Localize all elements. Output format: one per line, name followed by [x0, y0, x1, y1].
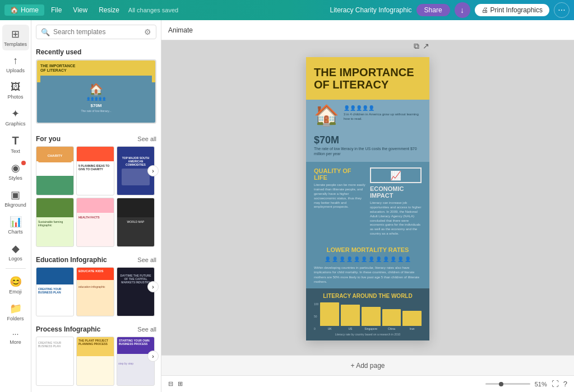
- mortality-title: LOWER MORTALITY RATES: [314, 246, 422, 253]
- add-page-button[interactable]: + Add page: [350, 362, 385, 370]
- for-you-next-arrow[interactable]: ›: [147, 165, 159, 176]
- sidebar-item-logos[interactable]: ◆ Logos: [2, 239, 29, 265]
- project-name: Literacy Charity Infographic: [330, 6, 412, 14]
- person-icon-highlight-1: 👤: [361, 256, 367, 262]
- download-button[interactable]: ↓: [455, 2, 470, 18]
- for-you-grid-row2: Sustainable farming infographic HEALTH F…: [36, 198, 156, 247]
- for-you-see-all[interactable]: See all: [137, 136, 156, 142]
- fullscreen-icon[interactable]: ⛶: [552, 380, 559, 388]
- template-thumb-6[interactable]: WORLD MAP: [117, 198, 155, 247]
- sidebar-item-photos[interactable]: 🖼 Photos: [2, 78, 29, 103]
- for-you-title: For you: [36, 135, 61, 143]
- sidebar-icons: ⊞ Templates ↑ Uploads 🖼 Photos ✦ Graphic…: [0, 20, 31, 392]
- zoom-level: 51%: [535, 381, 547, 388]
- economic-chart-icon: 📈: [390, 170, 401, 181]
- bar-singapore-fill: [362, 307, 381, 326]
- topbar: 🏠 Home File View Resize All changes save…: [0, 0, 574, 20]
- main-area: ⊞ Templates ↑ Uploads 🖼 Photos ✦ Graphic…: [0, 20, 574, 392]
- house-icon: 🏠: [314, 105, 339, 125]
- process-header: Process Infographic See all: [36, 321, 156, 337]
- sidebar-item-background[interactable]: ▣ Bkground: [2, 185, 29, 211]
- for-you-header: For you See all: [36, 130, 156, 146]
- mortality-people-icons: 👤 👤 👤 👤 👤 👤 👤 👤 👤 👤 👤 👤: [314, 256, 422, 262]
- more-icon: ···: [12, 329, 19, 338]
- proc-template-2[interactable]: THE PLANT PROJECT PLANNING PROCESS: [76, 337, 114, 386]
- zoom-slider[interactable]: [485, 383, 530, 385]
- edu-template-1[interactable]: CREATING YOUR BUSINESS PLAN: [36, 267, 74, 316]
- infog-economic-block: 📈 ECONOMIC IMPACT Literacy can increase …: [370, 167, 422, 236]
- bar-china-label: China: [388, 327, 395, 330]
- sidebar-item-folders[interactable]: 📁 Folders: [2, 299, 29, 325]
- world-title: LITERACY AROUND THE WORLD: [314, 293, 422, 299]
- sidebar-item-text[interactable]: T Text: [2, 131, 29, 157]
- stat-amount: $70M: [314, 134, 422, 146]
- education-section: Education Infographic See all CREATING Y…: [31, 251, 161, 321]
- canvas-area: Animate ⧉ ↗ THE IMPORTANCE OF LITERACY: [161, 20, 574, 392]
- help-icon[interactable]: ?: [563, 380, 567, 388]
- sidebar-item-uploads[interactable]: ↑ Uploads: [2, 52, 29, 77]
- sidebar-divider: [6, 268, 26, 269]
- search-input[interactable]: [53, 28, 141, 36]
- sidebar-item-emoji[interactable]: 😊 Emoji: [2, 272, 29, 298]
- person-icon-9: 👤: [405, 256, 411, 262]
- filter-icon[interactable]: ⚙: [144, 27, 151, 36]
- graphics-icon: ✦: [11, 108, 20, 120]
- animate-button[interactable]: Animate: [168, 26, 193, 34]
- file-menu[interactable]: File: [47, 4, 66, 16]
- template-thumb-4[interactable]: Sustainable farming infographic: [36, 198, 74, 247]
- share-canvas-icon[interactable]: ↗: [423, 41, 429, 51]
- filename-status: All changes saved: [128, 7, 178, 13]
- charts-icon: 📊: [10, 216, 22, 228]
- for-you-grid: Charity 5 PLANNING IDEAS TO GIVE TO CHAR…: [36, 146, 156, 195]
- more-button[interactable]: ···: [554, 2, 570, 18]
- view-menu[interactable]: View: [68, 4, 92, 16]
- bar-us-fill: [341, 305, 360, 326]
- topbar-right: Literacy Charity Infographic Share ↓ 🖨 P…: [330, 2, 570, 18]
- process-grid: CREATING YOUR BUSINESS PLAN THE PLANT PR…: [36, 337, 156, 386]
- sidebar-item-graphics[interactable]: ✦ Graphics: [2, 104, 29, 130]
- canvas-toolbar: Animate: [161, 20, 574, 40]
- infog-section-amount: $70M The rate of low literacy in the US …: [306, 131, 429, 162]
- featured-template-thumb[interactable]: THE IMPORTANCEOF LITERACY 🏠 👤👤👤👤👤 $70M T…: [36, 59, 156, 124]
- template-thumb-2[interactable]: 5 PLANNING IDEAS TO GIVE TO CHARITY: [76, 146, 114, 195]
- bar-china-fill: [382, 309, 401, 326]
- proc-template-1[interactable]: CREATING YOUR BUSINESS PLAN: [36, 337, 74, 386]
- process-next-arrow[interactable]: ›: [147, 351, 159, 362]
- styles-badge: [21, 161, 26, 165]
- education-next-arrow[interactable]: ›: [147, 281, 159, 292]
- person-icon-5: 👤: [354, 256, 360, 262]
- copy-icon[interactable]: ⧉: [414, 41, 419, 51]
- template-thumb-5[interactable]: HEALTH FACTS: [76, 198, 114, 247]
- education-see-all[interactable]: See all: [137, 256, 156, 263]
- sidebar-item-more[interactable]: ··· More: [2, 326, 29, 348]
- share-button[interactable]: Share: [416, 4, 450, 16]
- sidebar-item-templates[interactable]: ⊞ Templates: [2, 25, 29, 50]
- process-title: Process Infographic: [36, 325, 100, 333]
- chart-y-axis: 100 50 0: [314, 302, 320, 330]
- background-icon: ▣: [11, 189, 20, 201]
- proc-template-3[interactable]: STARTING YOUR OWN BUSINESS PROCESS step …: [117, 337, 155, 386]
- bar-iran-fill: [402, 311, 422, 326]
- person-icon-6: 👤: [383, 256, 389, 262]
- process-see-all[interactable]: See all: [137, 326, 156, 333]
- resize-menu[interactable]: Resize: [94, 4, 124, 16]
- edu-template-2[interactable]: EDUCATE KIDS education infographic: [76, 267, 114, 316]
- folders-icon: 📁: [10, 302, 22, 315]
- templates-icon: ⊞: [11, 28, 20, 40]
- home-label: Home: [21, 6, 39, 14]
- print-button[interactable]: 🖨 Print Infographics: [475, 4, 549, 16]
- y-label-0: 0: [314, 327, 318, 330]
- person-icon-4: 👤: [346, 256, 353, 262]
- sidebar-item-charts[interactable]: 📊 Charts: [2, 212, 29, 238]
- edu-template-3[interactable]: DAYTIME THE FUTURE OF THE CAPITAL MARKET…: [117, 267, 155, 316]
- infog-section-mortality: LOWER MORTALITY RATES 👤 👤 👤 👤 👤 👤 👤 👤 👤: [306, 242, 429, 289]
- template-thumb-1[interactable]: Charity: [36, 146, 74, 195]
- template-panel: 🔍 ⚙ Recently used THE IMPORTANCEOF LITER…: [31, 20, 161, 392]
- stat-desc: The rate of low literacy in the US costs…: [314, 146, 422, 156]
- home-button[interactable]: 🏠 Home: [4, 4, 44, 16]
- zoom-handle[interactable]: [499, 382, 503, 386]
- canvas-viewport[interactable]: ⧉ ↗ THE IMPORTANCE OF LITERACY 🏠: [161, 40, 574, 355]
- infog-quality-block: QUALITY OF LIFE Literate people can be m…: [314, 167, 365, 236]
- infographic-card: THE IMPORTANCE OF LITERACY 🏠 👤👤👤👤👤 3 in …: [306, 57, 429, 340]
- sidebar-item-styles[interactable]: ◉ Styles: [2, 158, 29, 184]
